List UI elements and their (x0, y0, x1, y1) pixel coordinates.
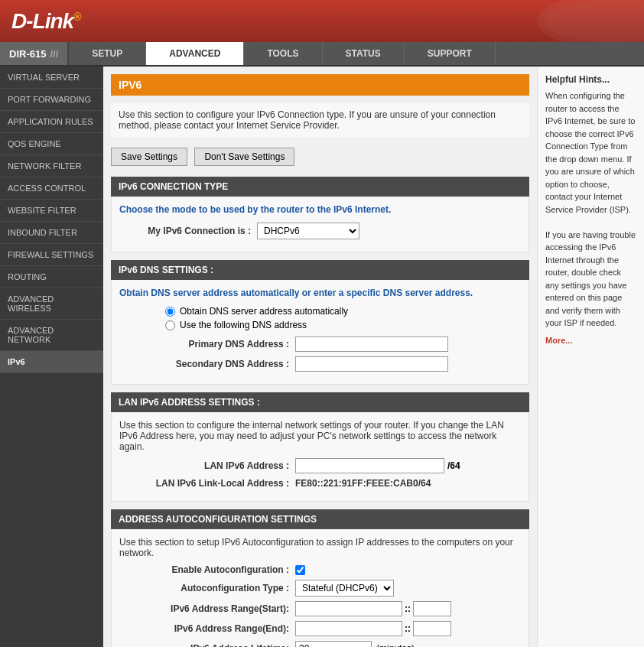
lan-ipv6-header: LAN IPv6 ADDRESS SETTINGS : (111, 392, 529, 412)
primary-dns-input[interactable] (295, 337, 448, 352)
enable-autoconfig-row: Enable Autoconfiguration : (119, 564, 521, 575)
model-text: DIR-615 (9, 48, 46, 60)
hints-title: Helpful Hints... (545, 74, 636, 85)
range-end-input2[interactable] (413, 621, 451, 636)
lifetime-input[interactable] (295, 641, 372, 647)
radio-auto-dns-row: Obtain DNS server address automatically (165, 306, 521, 317)
range-start-input1[interactable] (295, 601, 402, 616)
connection-type-header: IPv6 CONNECTION TYPE (111, 177, 529, 197)
sidebar-item-advanced-network[interactable]: ADVANCED NETWORK (0, 320, 103, 351)
lan-ipv6-addr-input[interactable] (295, 458, 444, 473)
autoconfig-type-label: Autoconfiguration Type : (119, 583, 295, 593)
sidebar-item-routing[interactable]: ROUTING (0, 266, 103, 288)
lan-ipv6-addr-row: LAN IPv6 Address : /64 (119, 458, 521, 473)
range-end-inputs: :: (295, 621, 451, 636)
model-bars: /// (50, 48, 58, 60)
tab-advanced[interactable]: ADVANCED (146, 42, 244, 65)
main-layout: VIRTUAL SERVER PORT FORWARDING APPLICATI… (0, 67, 644, 647)
lan-ipv6-desc: Use this section to configure the intern… (119, 420, 521, 452)
connection-type-label: My IPv6 Connection is : (119, 226, 257, 236)
save-settings-button[interactable]: Save Settings (111, 148, 187, 166)
lan-link-local-row: LAN IPv6 Link-Local Address : FE80::221:… (119, 478, 521, 489)
page-title: IPV6 (111, 74, 529, 96)
logo-dlink: D-Link (11, 9, 73, 33)
slash64-label: /64 (447, 460, 460, 471)
lifetime-label: IPv6 Address Lifetime: (119, 643, 295, 647)
connection-type-select[interactable]: DHCPv6 Static IPv6 Auto Detection PPPoE … (257, 223, 359, 239)
header-decoration (415, 0, 644, 42)
range-start-separator: :: (405, 603, 411, 614)
connection-type-section: Choose the mode to be used by the router… (111, 197, 529, 252)
autoconfig-section: Use this section to setup IPv6 Autoconfi… (111, 529, 529, 647)
autoconfig-type-row: Autoconfiguration Type : Stateful (DHCPv… (119, 580, 521, 597)
enable-autoconfig-label: Enable Autoconfiguration : (119, 564, 295, 575)
radio-manual-dns-label: Use the following DNS address (180, 320, 307, 330)
navbar: DIR-615 /// SETUP ADVANCED TOOLS STATUS … (0, 42, 644, 67)
range-start-row: IPv6 Address Range(Start): :: (119, 601, 521, 616)
range-end-label: IPv6 Address Range(End): (119, 623, 295, 634)
range-end-row: IPv6 Address Range(End): :: (119, 621, 521, 636)
dont-save-settings-button[interactable]: Don't Save Settings (194, 148, 294, 166)
logo: D-Link® (11, 9, 80, 34)
connection-type-row: My IPv6 Connection is : DHCPv6 Static IP… (119, 223, 521, 239)
sidebar-item-advanced-wireless[interactable]: ADVANCED WIRELESS (0, 288, 103, 320)
enable-autoconfig-checkbox[interactable] (295, 565, 305, 575)
content-area: IPV6 Use this section to configure your … (103, 67, 537, 647)
secondary-dns-input[interactable] (295, 356, 448, 372)
logo-trademark: ® (73, 10, 80, 22)
tab-status[interactable]: STATUS (323, 42, 405, 65)
dns-settings-header: IPv6 DNS SETTINGS : (111, 260, 529, 280)
autoconfig-type-select[interactable]: Stateful (DHCPv6) Stateless (295, 580, 394, 597)
sidebar-item-network-filter[interactable]: NETWORK FILTER (0, 155, 103, 177)
model-label: DIR-615 /// (0, 42, 69, 65)
lan-link-local-label: LAN IPv6 Link-Local Address : (119, 478, 295, 489)
header: D-Link® (0, 0, 644, 42)
dns-desc: Obtain DNS server address automatically … (119, 288, 521, 298)
range-start-inputs: :: (295, 601, 451, 616)
lan-ipv6-addr-label: LAN IPv6 Address : (119, 460, 295, 471)
lan-ipv6-section: Use this section to configure the intern… (111, 412, 529, 502)
secondary-dns-label: Secondary DNS Address : (119, 359, 295, 369)
range-end-input1[interactable] (295, 621, 402, 636)
hints-text: When configuring the router to access th… (545, 89, 636, 330)
range-start-input2[interactable] (413, 601, 451, 616)
sidebar-item-ipv6[interactable]: IPv6 (0, 351, 103, 373)
connection-type-desc: Choose the mode to be used by the router… (119, 204, 521, 215)
lifetime-unit: (minutes) (376, 643, 415, 647)
autoconfig-desc: Use this section to setup IPv6 Autoconfi… (119, 537, 521, 558)
sidebar-item-port-forwarding[interactable]: PORT FORWARDING (0, 89, 103, 111)
page-description: Use this section to configure your IPv6 … (111, 103, 529, 137)
secondary-dns-row: Secondary DNS Address : (119, 356, 521, 372)
tab-setup[interactable]: SETUP (69, 42, 146, 65)
autoconfig-header: ADDRESS AUTOCONFIGURATION SETTINGS (111, 509, 529, 529)
primary-dns-row: Primary DNS Address : (119, 337, 521, 352)
radio-auto-dns-label: Obtain DNS server address automatically (180, 306, 348, 317)
hints-panel: Helpful Hints... When configuring the ro… (537, 67, 644, 647)
tab-tools[interactable]: TOOLS (244, 42, 322, 65)
lifetime-row: IPv6 Address Lifetime: (minutes) (119, 641, 521, 647)
radio-manual-dns-row: Use the following DNS address (165, 320, 521, 330)
primary-dns-label: Primary DNS Address : (119, 339, 295, 350)
sidebar-item-virtual-server[interactable]: VIRTUAL SERVER (0, 67, 103, 89)
range-end-separator: :: (405, 623, 411, 634)
sidebar-item-inbound-filter[interactable]: INBOUND FILTER (0, 222, 103, 244)
hints-more-link[interactable]: More... (545, 336, 636, 345)
tab-support[interactable]: SUPPORT (405, 42, 496, 65)
lan-link-local-value: FE80::221:91FF:FEEE:CAB0/64 (295, 478, 431, 489)
sidebar-item-qos-engine[interactable]: QOS ENGINE (0, 133, 103, 155)
dns-settings-section: Obtain DNS server address automatically … (111, 280, 529, 385)
range-start-label: IPv6 Address Range(Start): (119, 603, 295, 614)
button-row: Save Settings Don't Save Settings (111, 143, 529, 171)
sidebar-item-access-control[interactable]: ACCESS CONTROL (0, 177, 103, 200)
sidebar-item-website-filter[interactable]: WEBSITE FILTER (0, 200, 103, 222)
radio-auto-dns[interactable] (165, 307, 175, 317)
sidebar: VIRTUAL SERVER PORT FORWARDING APPLICATI… (0, 67, 103, 647)
radio-manual-dns[interactable] (165, 320, 175, 330)
sidebar-item-application-rules[interactable]: APPLICATION RULES (0, 111, 103, 133)
sidebar-item-firewall-settings[interactable]: FIREWALL SETTINGS (0, 244, 103, 266)
